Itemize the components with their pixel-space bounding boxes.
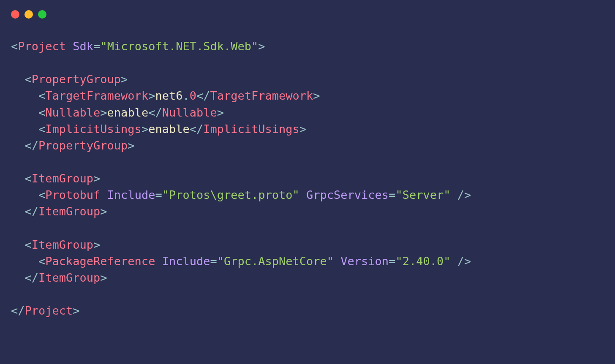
code-token xyxy=(11,139,25,152)
code-token: > xyxy=(128,139,134,152)
code-token: > xyxy=(142,122,148,136)
code-line: <Protobuf Include="Protos\greet.proto" G… xyxy=(11,188,471,201)
code-token: > xyxy=(148,89,155,102)
code-line: <TargetFramework>net6.0</TargetFramework… xyxy=(11,89,320,102)
code-token: > xyxy=(313,89,320,102)
code-token xyxy=(11,238,25,251)
code-token: Project xyxy=(18,40,66,53)
code-token: < xyxy=(38,106,45,119)
code-token: TargetFramework xyxy=(210,89,313,102)
code-token: </ xyxy=(196,89,210,102)
code-token xyxy=(66,40,73,53)
code-token: "2.40.0" xyxy=(395,255,450,268)
code-token: < xyxy=(38,255,45,268)
code-token xyxy=(11,122,38,136)
code-token xyxy=(11,73,25,86)
code-token xyxy=(11,188,38,201)
code-token: Include xyxy=(107,188,155,201)
code-token: "Server" xyxy=(395,188,450,201)
minimize-icon[interactable] xyxy=(24,10,33,19)
code-token: = xyxy=(389,255,395,268)
maximize-icon[interactable] xyxy=(38,10,46,19)
code-block: <Project Sdk="Microsoft.NET.Sdk.Web"> <P… xyxy=(11,38,604,319)
code-window: <Project Sdk="Microsoft.NET.Sdk.Web"> <P… xyxy=(0,0,615,364)
code-token: </ xyxy=(190,122,204,136)
code-token: < xyxy=(11,40,18,53)
code-token: ImplicitUsings xyxy=(45,122,142,136)
code-token: Version xyxy=(340,255,389,268)
code-token xyxy=(299,188,306,201)
code-line: </ItemGroup> xyxy=(11,205,107,218)
code-token: "Microsoft.NET.Sdk.Web" xyxy=(100,40,258,53)
code-token: < xyxy=(25,73,32,86)
code-token: > xyxy=(299,122,306,136)
code-token: > xyxy=(121,73,128,86)
code-token: . xyxy=(182,89,189,102)
code-token: Nullable xyxy=(162,106,217,119)
code-token: > xyxy=(100,271,107,284)
code-token xyxy=(11,271,25,284)
code-token: > xyxy=(464,188,471,201)
code-token: < xyxy=(38,122,45,136)
code-token: PropertyGroup xyxy=(32,73,121,86)
code-token: PropertyGroup xyxy=(38,139,128,152)
code-token xyxy=(100,188,107,201)
window-titlebar xyxy=(11,10,604,19)
code-line: <ItemGroup> xyxy=(11,238,100,251)
code-token: / xyxy=(450,188,464,201)
code-token: net6 xyxy=(155,89,182,102)
code-line: <Nullable>enable</Nullable> xyxy=(11,106,224,119)
code-token: > xyxy=(217,106,224,119)
code-token xyxy=(11,106,38,119)
code-token: </ xyxy=(148,106,162,119)
code-token: </ xyxy=(25,205,39,218)
code-line: </Project> xyxy=(11,304,80,317)
code-token: > xyxy=(258,40,265,53)
code-token: </ xyxy=(25,139,39,152)
code-token: > xyxy=(73,304,79,317)
code-token: Nullable xyxy=(45,106,100,119)
code-token: ItemGroup xyxy=(32,172,93,185)
code-token xyxy=(11,205,25,218)
code-token: </ xyxy=(25,271,39,284)
code-token: Include xyxy=(162,255,210,268)
close-icon[interactable] xyxy=(11,10,19,19)
code-token: ItemGroup xyxy=(32,238,93,251)
code-line: <PropertyGroup> xyxy=(11,73,128,86)
code-token xyxy=(155,255,162,268)
code-token: enable xyxy=(148,122,190,136)
code-token: < xyxy=(25,238,32,251)
code-token: "Protos\greet.proto" xyxy=(162,188,299,201)
code-token: ItemGroup xyxy=(38,205,100,218)
code-token: = xyxy=(210,255,217,268)
code-token: > xyxy=(464,255,471,268)
code-line: </ItemGroup> xyxy=(11,271,107,284)
code-token xyxy=(334,255,340,268)
code-token: </ xyxy=(11,304,25,317)
code-token: > xyxy=(93,172,100,185)
code-token: = xyxy=(155,188,162,201)
code-token: Sdk xyxy=(73,40,93,53)
code-line: <Project Sdk="Microsoft.NET.Sdk.Web"> xyxy=(11,40,265,53)
code-token: = xyxy=(93,40,100,53)
code-token: ItemGroup xyxy=(38,271,100,284)
code-token: > xyxy=(93,238,100,251)
code-token: Protobuf xyxy=(45,188,100,201)
code-line: <ItemGroup> xyxy=(11,172,100,185)
code-line: <ImplicitUsings>enable</ImplicitUsings> xyxy=(11,122,306,136)
code-token: GrpcServices xyxy=(306,188,389,201)
code-token: < xyxy=(38,188,45,201)
code-token: PackageReference xyxy=(45,255,155,268)
code-token: < xyxy=(25,172,32,185)
code-token: = xyxy=(389,188,395,201)
code-token xyxy=(11,89,38,102)
code-token: ImplicitUsings xyxy=(203,122,299,136)
code-token: enable xyxy=(107,106,149,119)
code-token: > xyxy=(100,205,107,218)
code-line: </PropertyGroup> xyxy=(11,139,135,152)
code-line: <PackageReference Include="Grpc.AspNetCo… xyxy=(11,255,471,268)
code-token: > xyxy=(100,106,107,119)
code-token: / xyxy=(450,255,464,268)
code-token: "Grpc.AspNetCore" xyxy=(217,255,334,268)
code-token: TargetFramework xyxy=(45,89,148,102)
